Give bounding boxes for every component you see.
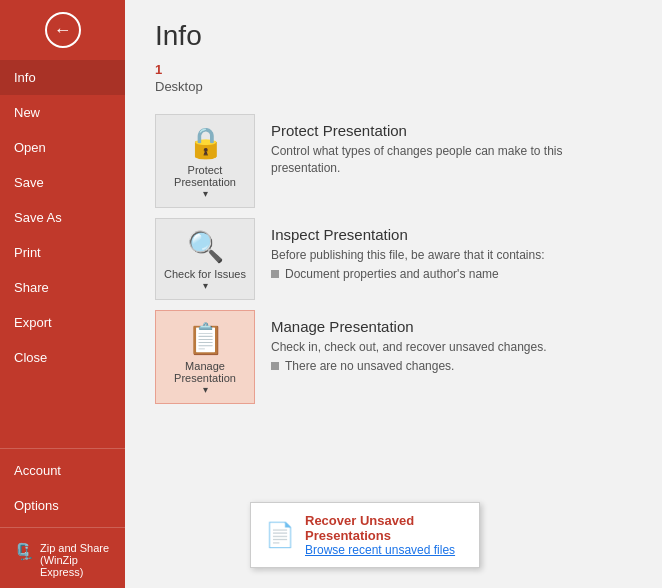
file-number: 1 [155,62,632,77]
back-button[interactable]: ← [0,0,125,60]
sidebar-item-info[interactable]: Info [0,60,125,95]
protect-icon: 🔒 [187,125,224,160]
popup-icon-row: 📄 Recover Unsaved Presentations Browse r… [265,513,465,557]
winzip-icon: 🗜️ [14,542,34,561]
sidebar-item-save[interactable]: Save [0,165,125,200]
manage-title: Manage Presentation [271,318,616,335]
manage-bullet-icon [271,362,279,370]
sidebar-item-account[interactable]: Account [0,453,125,488]
page-title: Info [155,20,632,52]
sidebar-item-winzip[interactable]: 🗜️ Zip and Share (WinZip Express) [0,532,125,588]
sidebar-bottom: Account Options 🗜️ Zip and Share (WinZip… [0,444,125,588]
sidebar-item-share[interactable]: Share [0,270,125,305]
inspect-title: Inspect Presentation [271,226,616,243]
manage-list-text: There are no unsaved changes. [285,359,454,373]
manage-card: 📋 Manage Presentation ▾ Manage Presentat… [155,310,632,404]
inspect-list-text: Document properties and author's name [285,267,499,281]
popup-link[interactable]: Browse recent unsaved files [305,543,455,557]
protect-desc: Control what types of changes people can… [271,143,616,177]
sidebar-item-options[interactable]: Options [0,488,125,523]
sidebar-item-saveas[interactable]: Save As [0,200,125,235]
sidebar-item-export[interactable]: Export [0,305,125,340]
back-icon: ← [45,12,81,48]
file-location: Desktop [155,79,632,94]
inspect-desc: Before publishing this file, be aware th… [271,247,616,264]
protect-card: 🔒 Protect Presentation ▾ Protect Present… [155,114,632,208]
inspect-dropdown-arrow: ▾ [203,280,208,291]
inspect-button[interactable]: 🔍 Check for Issues ▾ [155,218,255,300]
protect-button[interactable]: 🔒 Protect Presentation ▾ [155,114,255,208]
sidebar-item-open[interactable]: Open [0,130,125,165]
manage-content: Manage Presentation Check in, check out,… [255,310,632,381]
winzip-label: Zip and Share (WinZip Express) [40,542,111,578]
protect-title: Protect Presentation [271,122,616,139]
sidebar: ← Info New Open Save Save As Print Share… [0,0,125,588]
sidebar-item-close[interactable]: Close [0,340,125,375]
bullet-icon [271,270,279,278]
sidebar-item-print[interactable]: Print [0,235,125,270]
popup-subtitle: Browse recent unsaved files [305,543,465,557]
popup-title: Recover Unsaved Presentations [305,513,465,543]
protect-content: Protect Presentation Control what types … [255,114,632,185]
inspect-icon: 🔍 [187,229,224,264]
popup-text: Recover Unsaved Presentations Browse rec… [305,513,465,557]
inspect-button-label: Check for Issues [164,268,246,280]
manage-button-label: Manage Presentation [164,360,246,384]
inspect-card: 🔍 Check for Issues ▾ Inspect Presentatio… [155,218,632,300]
manage-list-item: There are no unsaved changes. [271,359,616,373]
main-content: Info 1 Desktop 🔒 Protect Presentation ▾ … [125,0,662,588]
manage-button[interactable]: 📋 Manage Presentation ▾ [155,310,255,404]
protect-button-label: Protect Presentation [164,164,246,188]
manage-desc: Check in, check out, and recover unsaved… [271,339,616,356]
manage-icon: 📋 [187,321,224,356]
manage-dropdown-arrow: ▾ [203,384,208,395]
inspect-content: Inspect Presentation Before publishing t… [255,218,632,289]
popup-doc-icon: 📄 [265,521,295,549]
protect-dropdown-arrow: ▾ [203,188,208,199]
recover-popup: 📄 Recover Unsaved Presentations Browse r… [250,502,480,568]
sidebar-item-new[interactable]: New [0,95,125,130]
recover-popup-item[interactable]: 📄 Recover Unsaved Presentations Browse r… [251,503,479,567]
inspect-list-item: Document properties and author's name [271,267,616,281]
